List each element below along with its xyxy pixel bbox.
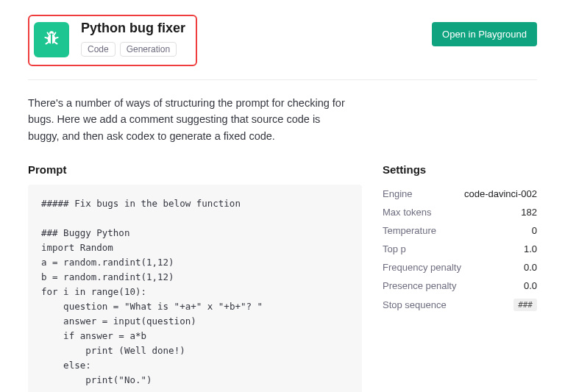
bug-icon — [42, 29, 61, 51]
title-text: Python bug fixer Code Generation — [81, 21, 185, 57]
setting-label: Max tokens — [383, 207, 431, 218]
content-columns: Prompt ##### Fix bugs in the below funct… — [28, 163, 537, 392]
settings-list: Enginecode-davinci-002Max tokens182Tempe… — [383, 185, 537, 315]
tag-generation[interactable]: Generation — [120, 42, 177, 57]
setting-value: ### — [514, 299, 537, 311]
setting-value: 0.0 — [524, 280, 537, 291]
prompt-column: Prompt ##### Fix bugs in the below funct… — [28, 163, 362, 392]
settings-row: Max tokens182 — [383, 203, 537, 221]
page-title: Python bug fixer — [81, 21, 185, 36]
example-icon-container — [34, 22, 69, 57]
settings-row: Enginecode-davinci-002 — [383, 185, 537, 203]
setting-label: Presence penalty — [383, 280, 456, 291]
tag-code[interactable]: Code — [81, 42, 116, 57]
prompt-heading: Prompt — [28, 163, 362, 176]
settings-row: Top p1.0 — [383, 240, 537, 258]
settings-row: Temperature0 — [383, 221, 537, 240]
setting-value: 1.0 — [524, 243, 537, 254]
prompt-content: ##### Fix bugs in the below function ###… — [28, 185, 362, 392]
settings-row: Presence penalty0.0 — [383, 277, 537, 295]
page-header: Python bug fixer Code Generation Open in… — [28, 15, 537, 80]
settings-row: Frequency penalty0.0 — [383, 258, 537, 277]
settings-heading: Settings — [383, 163, 537, 176]
tags-row: Code Generation — [81, 42, 185, 57]
setting-label: Stop sequence — [383, 299, 447, 310]
setting-label: Temperature — [383, 225, 436, 236]
setting-value: 182 — [521, 207, 537, 218]
example-description: There's a number of ways of structuring … — [28, 95, 352, 144]
setting-value: 0.0 — [524, 262, 537, 273]
settings-column: Settings Enginecode-davinci-002Max token… — [383, 163, 537, 392]
setting-label: Engine — [383, 188, 412, 199]
setting-label: Top p — [383, 243, 406, 254]
title-block-highlight: Python bug fixer Code Generation — [28, 15, 197, 66]
setting-value: 0 — [532, 225, 537, 236]
setting-value: code-davinci-002 — [464, 188, 537, 199]
setting-label: Frequency penalty — [383, 262, 461, 273]
open-in-playground-button[interactable]: Open in Playground — [432, 22, 537, 46]
settings-row: Stop sequence### — [383, 295, 537, 315]
